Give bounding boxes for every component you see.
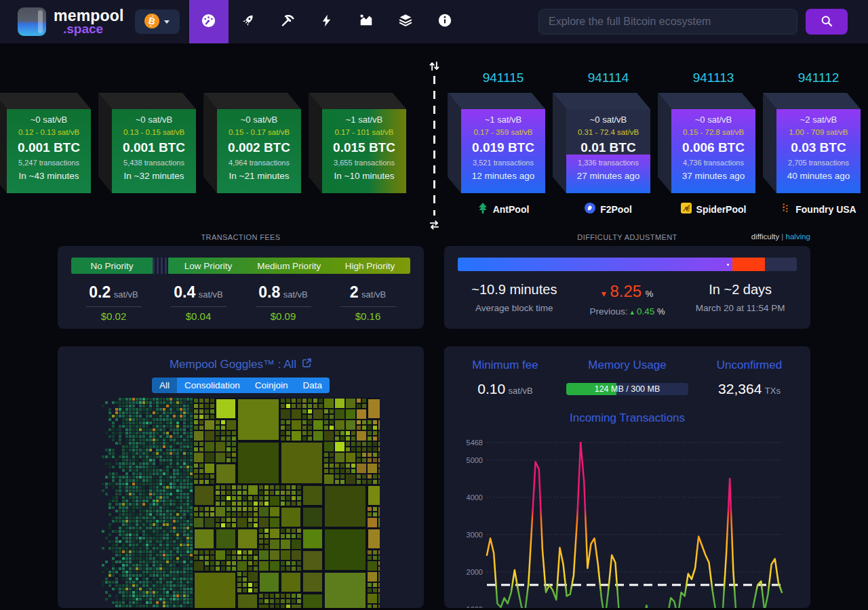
block-3d-side (658, 93, 671, 193)
antpool-icon (477, 203, 488, 216)
mempool-block-face: ~1 sat/vB 0.17 - 101 sat/vB 0.015 BTC 3,… (322, 109, 406, 193)
block-height-link[interactable]: 941113 (671, 70, 755, 85)
pool-name: F2Pool (600, 204, 632, 215)
mempool-block-face: ~0 sat/vB 0.15 - 0.17 sat/vB 0.002 BTC 4… (217, 109, 301, 193)
retarget-eta-value: In ~2 days (684, 282, 797, 298)
mining-pool-link[interactable]: SpiderPool (671, 203, 755, 216)
total-fees: 0.001 BTC (7, 140, 91, 155)
difficulty-halving-links: difficulty | halving (751, 232, 810, 241)
nav-item-acceleration[interactable] (229, 0, 268, 43)
external-link-icon (302, 358, 312, 371)
goggles-tab-coinjoin[interactable]: Coinjoin (248, 378, 296, 393)
goggles-tab-all[interactable]: All (152, 378, 177, 393)
block-3d-top (553, 93, 650, 109)
memory-usage-bar: 124 MB / 300 MB (566, 383, 688, 395)
block-3d-side (203, 93, 217, 193)
tx-count: 5,438 transactions (112, 159, 196, 167)
logo-text: mempool .space (54, 8, 124, 35)
block-3d-side (98, 93, 112, 193)
fee-range: 0.13 - 0.15 sat/vB (112, 128, 196, 137)
mining-pool-link[interactable]: Foundry USA (776, 203, 861, 216)
nav-item-statistics[interactable] (347, 0, 386, 43)
logo-text-mempool: mempool (54, 8, 124, 23)
logo-text-space: .space (63, 23, 124, 35)
difficulty-progress-fill (458, 258, 732, 271)
tx-count: 1,336 transactions (566, 159, 650, 167)
mined-block[interactable]: ~2 sat/vB 1.00 - 709 sat/vB 0.03 BTC 2,7… (763, 93, 861, 193)
fee-tier-value: 0.2 sat/vB $0.02 (71, 283, 156, 322)
nav-item-blocks[interactable] (386, 0, 425, 43)
tx-count: 4,964 transactions (217, 159, 301, 167)
median-fee: ~0 sat/vB (217, 115, 301, 125)
goggles-tab-consolidation[interactable]: Consolidation (177, 378, 248, 393)
fee-usd-value: $0.09 (256, 306, 311, 322)
percent-sign: % (646, 289, 654, 299)
mempool-block-2[interactable]: ~0 sat/vB 0.13 - 0.15 sat/vB 0.001 BTC 5… (98, 93, 196, 193)
block-height-link[interactable]: 941112 (776, 70, 861, 85)
fee-tier-segment: Low Priority (168, 258, 249, 274)
mined-block-941112: 941112 ~2 sat/vB 1.00 - 709 sat/vB 0.03 … (763, 43, 868, 233)
median-fee: ~2 sat/vB (776, 115, 861, 125)
mined-block[interactable]: ~1 sat/vB 0.17 - 359 sat/vB 0.019 BTC 3,… (448, 93, 545, 193)
block-age: 27 minutes ago (566, 171, 650, 182)
foundry-icon (781, 203, 791, 216)
median-fee: ~1 sat/vB (322, 115, 406, 125)
mining-pool-link[interactable]: AntPool (461, 203, 545, 216)
fee-bar-gradient: Low PriorityMedium PriorityHigh Priority (168, 258, 411, 274)
total-fees: 0.001 BTC (112, 140, 196, 155)
total-fees: 0.002 BTC (217, 140, 301, 155)
block-eta: In ~21 minutes (217, 171, 301, 182)
tx-count: 2,705 transactions (776, 159, 861, 167)
bitcoin-icon: B (144, 14, 159, 30)
tx-count: 4,736 transactions (671, 159, 755, 167)
bolt-icon (319, 14, 334, 30)
nav-item-about[interactable] (425, 0, 465, 43)
mempool-block-face: ~0 sat/vB 0.13 - 0.15 sat/vB 0.001 BTC 5… (112, 109, 196, 193)
unconfirmed-value: 32,364 TXs (688, 381, 810, 397)
fee-tier-segment: Medium Priority (249, 258, 330, 274)
block-height-link[interactable]: 941115 (461, 70, 545, 85)
total-fees: 0.019 BTC (461, 140, 545, 155)
spiderpool-icon (681, 203, 692, 216)
nav-item-lightning[interactable] (307, 0, 347, 43)
fee-range: 0.12 - 0.13 sat/vB (7, 128, 91, 137)
search-button[interactable] (806, 9, 848, 35)
mined-block[interactable]: ~0 sat/vB 0.15 - 72.8 sat/vB 0.006 BTC 4… (658, 93, 755, 193)
fee-usd-value: $0.04 (171, 306, 226, 322)
mempool-treemap-visualization[interactable] (102, 398, 380, 608)
mempool-block-3[interactable]: ~0 sat/vB 0.15 - 0.17 sat/vB 0.002 BTC 4… (203, 93, 301, 193)
svg-text:4000: 4000 (467, 493, 483, 502)
median-fee: ~0 sat/vB (112, 115, 196, 125)
mined-block-941113: 941113 ~0 sat/vB 0.15 - 72.8 sat/vB 0.00… (658, 43, 769, 233)
swap-vertical-icon[interactable] (428, 60, 441, 73)
nav-item-mining[interactable] (268, 0, 307, 43)
search-input[interactable] (538, 9, 797, 35)
goggles-tab-data[interactable]: Data (296, 378, 330, 393)
mempool-dashboard: mempool .space B ~0 sat/vB (0, 0, 868, 610)
mempool-block-1[interactable]: ~0 sat/vB 0.12 - 0.13 sat/vB 0.001 BTC 5… (0, 93, 91, 193)
mining-pool-link[interactable]: F2Pool (566, 203, 650, 216)
mined-block[interactable]: ~0 sat/vB 0.31 - 72.4 sat/vB 0.01 BTC 1,… (553, 93, 650, 193)
fee-bar-stripes (153, 258, 168, 274)
nav-item-dashboard[interactable] (189, 0, 229, 43)
swap-horizontal-icon[interactable] (428, 218, 441, 232)
block-height-link[interactable]: 941114 (566, 70, 650, 85)
pool-name: Foundry USA (795, 204, 856, 215)
mempool-goggles-title[interactable]: Mempool Goggles™ : All (58, 358, 424, 371)
logo[interactable]: mempool .space (18, 7, 124, 36)
link-separator: | (779, 232, 785, 241)
difficulty-link[interactable]: difficulty (751, 232, 779, 241)
incoming-transactions-title[interactable]: Incoming Transactions (444, 411, 810, 425)
svg-text:1000: 1000 (467, 605, 483, 608)
network-selector[interactable]: B (135, 9, 180, 34)
goggles-filter-tabs: AllConsolidationCoinjoinData (152, 378, 330, 393)
difficulty-change: ▾ 8.25 % Previous: ▴ 0.45 % (571, 282, 684, 317)
retarget-eta: In ~2 days March 20 at 11:54 PM (684, 282, 797, 317)
tx-count: 3,655 transactions (322, 159, 406, 167)
block-3d-top (448, 93, 545, 109)
halving-link[interactable]: halving (786, 232, 810, 241)
fee-tier-segment: High Priority (330, 258, 410, 274)
fee-usd-value: $0.02 (86, 306, 142, 322)
difficulty-progress-behind (732, 258, 765, 271)
mempool-block-4[interactable]: ~1 sat/vB 0.17 - 101 sat/vB 0.015 BTC 3,… (309, 93, 406, 193)
